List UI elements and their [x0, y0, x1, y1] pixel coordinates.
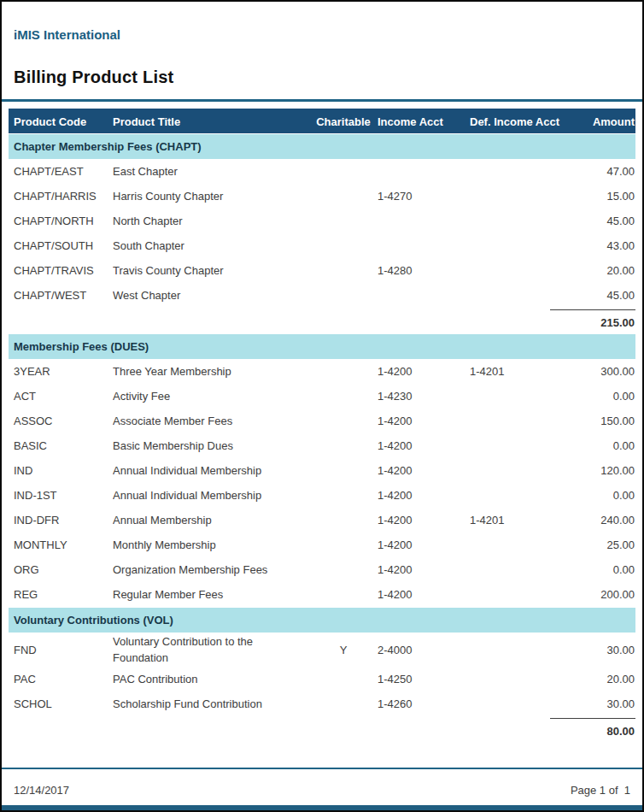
- table-row: BASICBasic Membership Dues1-42000.00: [9, 433, 635, 458]
- cell-product-code: CHAPT/SOUTH: [9, 238, 113, 253]
- cell-def-income-acct: [470, 544, 572, 546]
- cell-def-income-acct: [470, 569, 572, 571]
- cell-product-code: REG: [9, 587, 113, 602]
- table-row: IND-DFRAnnual Membership1-42001-4201240.…: [9, 508, 635, 533]
- report-window: iMIS International Billing Product List …: [0, 0, 644, 812]
- table-row: 3YEARThree Year Membership1-42001-420130…: [9, 359, 635, 384]
- report-content: iMIS International Billing Product List …: [2, 2, 642, 810]
- cell-amount: 25.00: [572, 538, 635, 552]
- cell-product-title: Voluntary Contribution to the Foundation: [113, 633, 309, 667]
- cell-def-income-acct: [470, 445, 572, 447]
- section-title: Membership Fees (DUES): [9, 340, 149, 353]
- cell-product-title: North Chapter: [113, 212, 309, 230]
- column-header-amount: Amount: [572, 115, 635, 128]
- billing-product-table: Product Code Product Title Charitable In…: [9, 109, 635, 742]
- cell-def-income-acct: [470, 594, 572, 596]
- section-header-row: Membership Fees (DUES): [9, 334, 635, 359]
- table-row: PACPAC Contribution1-425020.00: [9, 667, 635, 691]
- cell-charitable: [309, 445, 378, 447]
- footer: 12/14/2017 Page 1 of 1: [2, 769, 642, 810]
- cell-product-title: Harris County Chapter: [113, 187, 309, 205]
- cell-product-title: West Chapter: [113, 286, 309, 304]
- cell-income-acct: 1-4200: [378, 538, 470, 552]
- cell-charitable: [309, 396, 378, 397]
- cell-product-code: ASSOC: [9, 414, 113, 428]
- cell-amount: 0.00: [572, 389, 635, 403]
- cell-charitable: [309, 270, 378, 272]
- cell-income-acct: 1-4200: [378, 513, 470, 527]
- page-title: Billing Product List: [14, 68, 642, 87]
- cell-product-code: IND: [9, 463, 113, 478]
- cell-amount: 200.00: [572, 587, 635, 602]
- cell-product-code: CHAPT/NORTH: [9, 214, 113, 228]
- cell-def-income-acct: 1-4201: [470, 513, 572, 527]
- cell-product-code: FND: [9, 643, 113, 657]
- table-row: CHAPT/HARRISHarris County Chapter1-42701…: [9, 184, 635, 209]
- cell-product-title: PAC Contribution: [113, 670, 309, 688]
- table-row: MONTHLYMonthly Membership1-420025.00: [9, 533, 635, 557]
- brand-title: iMIS International: [14, 27, 642, 42]
- cell-charitable: [309, 421, 378, 422]
- cell-def-income-acct: [470, 495, 572, 497]
- cell-income-acct: 1-4270: [378, 189, 470, 203]
- cell-product-code: CHAPT/EAST: [9, 164, 113, 179]
- cell-amount: 0.00: [572, 488, 635, 503]
- column-header-product-title: Product Title: [113, 113, 309, 130]
- cell-charitable: [309, 196, 378, 197]
- cell-charitable: [309, 594, 378, 596]
- cell-charitable: Y: [309, 643, 378, 657]
- cell-income-acct: 1-4200: [378, 562, 470, 577]
- cell-income-acct: 1-4200: [378, 414, 470, 428]
- cell-product-code: 3YEAR: [9, 364, 113, 379]
- cell-product-title: Annual Individual Membership: [113, 462, 309, 480]
- cell-def-income-acct: [470, 649, 572, 650]
- cell-product-code: BASIC: [9, 438, 113, 453]
- table-row: CHAPT/WESTWest Chapter45.00: [9, 283, 635, 308]
- cell-income-acct: 1-4200: [378, 488, 470, 503]
- cell-income-acct: 1-4200: [378, 463, 470, 478]
- table-row: CHAPT/SOUTHSouth Chapter43.00: [9, 233, 635, 258]
- footer-page-number: Page 1 of 1: [571, 784, 630, 797]
- table-row: INDAnnual Individual Membership1-4200120…: [9, 458, 635, 483]
- cell-def-income-acct: [470, 396, 572, 397]
- table-header-row: Product Code Product Title Charitable In…: [9, 109, 635, 133]
- cell-def-income-acct: [470, 196, 572, 197]
- cell-amount: 0.00: [572, 438, 635, 453]
- spacer: [2, 742, 642, 768]
- cell-amount: 45.00: [572, 214, 635, 228]
- cell-product-title: Regular Member Fees: [113, 585, 309, 603]
- table-row: CHAPT/NORTHNorth Chapter45.00: [9, 209, 635, 233]
- cell-amount: 240.00: [572, 513, 635, 527]
- cell-def-income-acct: [470, 171, 572, 173]
- cell-charitable: [309, 569, 378, 571]
- cell-product-code: IND-DFR: [9, 513, 113, 527]
- title-rule: [2, 99, 642, 102]
- cell-charitable: [309, 221, 378, 222]
- cell-def-income-acct: [470, 245, 572, 247]
- cell-charitable: [309, 495, 378, 497]
- cell-charitable: [309, 295, 378, 297]
- cell-charitable: [309, 520, 378, 521]
- cell-product-title: Organization Membership Fees: [113, 561, 309, 579]
- cell-product-code: SCHOL: [9, 697, 113, 711]
- cell-income-acct: 1-4200: [378, 438, 470, 453]
- cell-amount: 120.00: [572, 463, 635, 478]
- cell-charitable: [309, 171, 378, 173]
- table-row: ASSOCAssociate Member Fees1-4200150.00: [9, 409, 635, 433]
- cell-amount: 0.00: [572, 562, 635, 577]
- cell-amount: 150.00: [572, 414, 635, 428]
- cell-product-code: CHAPT/WEST: [9, 288, 113, 303]
- table-row: REGRegular Member Fees1-4200200.00: [9, 582, 635, 607]
- section-title: Voluntary Contributions (VOL): [9, 614, 173, 627]
- table-row: FNDVoluntary Contribution to the Foundat…: [9, 633, 635, 667]
- cell-charitable: [309, 245, 378, 247]
- table-row: IND-1STAnnual Individual Membership1-420…: [9, 483, 635, 508]
- bottom-edge-strip: [2, 805, 642, 810]
- table-row: SCHOLScholarship Fund Contribution1-4260…: [9, 691, 635, 716]
- cell-charitable: [309, 544, 378, 546]
- cell-income-acct: 1-4200: [378, 587, 470, 602]
- cell-product-title: Travis County Chapter: [113, 262, 309, 279]
- cell-product-title: Associate Member Fees: [113, 412, 309, 430]
- cell-def-income-acct: [470, 679, 572, 680]
- cell-income-acct: [378, 245, 470, 247]
